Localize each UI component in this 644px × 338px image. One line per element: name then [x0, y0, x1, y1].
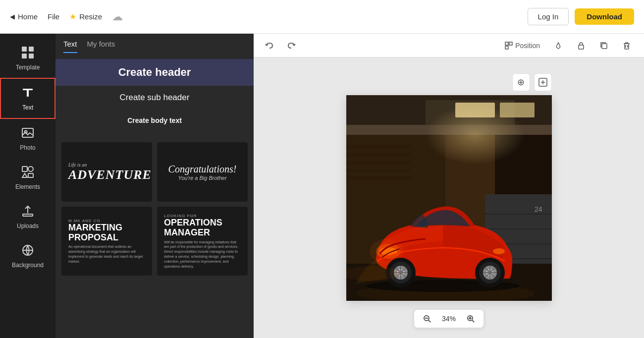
svg-text:24: 24 — [535, 205, 542, 213]
canvas-toolbar: Position — [254, 34, 644, 57]
template-card-congratulations[interactable]: Congratulations! You're a Big Brother — [157, 142, 248, 202]
templates-grid: Life is an Adventure Congratulations! Yo… — [61, 142, 248, 276]
resize-label: Resize — [79, 12, 102, 21]
svg-rect-3 — [29, 54, 34, 58]
uploads-icon — [21, 204, 35, 220]
create-body-button[interactable]: Create body text — [55, 110, 254, 131]
create-subheader-button[interactable]: Create sub header — [55, 86, 254, 110]
svg-rect-2 — [22, 54, 27, 58]
text-templates-scroll[interactable]: Life is an Adventure Congratulations! Yo… — [55, 137, 254, 338]
sidebar-item-template[interactable]: Template — [0, 39, 55, 78]
topbar: ◀ Home File ★ Resize ☁ Log In Download — [0, 0, 644, 34]
duplicate-button[interactable] — [594, 39, 613, 52]
car-image: 24 — [346, 95, 552, 301]
svg-line-72 — [429, 320, 430, 322]
add-element-alt-button[interactable] — [534, 73, 552, 91]
color-fill-button[interactable] — [549, 39, 568, 52]
cloud-save[interactable]: ☁ — [112, 10, 123, 23]
login-button[interactable]: Log In — [528, 8, 569, 25]
svg-rect-11 — [28, 173, 33, 177]
sidebar: Template Text Photo — [0, 34, 55, 338]
template-icon — [21, 46, 35, 61]
photo-icon — [21, 126, 35, 142]
file-nav[interactable]: File — [48, 12, 59, 21]
svg-point-70 — [426, 105, 525, 165]
svg-rect-9 — [28, 167, 33, 171]
home-nav[interactable]: ◀ Home — [10, 12, 38, 21]
zoom-controls: 34% — [414, 309, 484, 328]
canvas-viewport[interactable]: ⊕ — [254, 57, 644, 338]
background-label: Background — [12, 262, 44, 269]
text-options: Create header Create sub header Create b… — [55, 53, 254, 137]
position-button[interactable]: Position — [499, 39, 545, 52]
template-card-operations[interactable]: LOOKING FOR OPERATIONS MANAGER Will be r… — [157, 207, 248, 276]
zoom-value: 34% — [439, 315, 459, 323]
svg-rect-67 — [346, 161, 411, 165]
svg-rect-6 — [22, 128, 33, 137]
topbar-left: ◀ Home File ★ Resize ☁ — [10, 10, 518, 23]
zoom-out-button[interactable] — [420, 312, 434, 326]
svg-rect-68 — [346, 169, 411, 172]
svg-rect-19 — [602, 44, 607, 49]
tab-text[interactable]: Text — [63, 40, 77, 53]
svg-rect-17 — [509, 42, 512, 45]
sidebar-item-photo[interactable]: Photo — [0, 119, 55, 158]
lock-button[interactable] — [572, 39, 590, 52]
home-chevron-icon: ◀ — [10, 13, 15, 20]
position-label: Position — [515, 42, 540, 50]
adventure-line2: Adventure — [68, 168, 145, 182]
undo-button[interactable] — [262, 38, 277, 54]
resize-nav[interactable]: ★ Resize — [69, 12, 102, 21]
canvas-float-controls: ⊕ — [512, 73, 552, 91]
elements-icon — [21, 165, 35, 181]
svg-rect-5 — [27, 89, 29, 97]
svg-rect-18 — [579, 45, 584, 49]
svg-rect-69 — [346, 176, 411, 180]
marketing-text: M.MK and CO MARKETING PROPOSAL An operat… — [68, 219, 145, 264]
congrats-line1: Congratulations! — [164, 164, 241, 175]
svg-rect-15 — [505, 42, 508, 45]
star-icon: ★ — [69, 12, 76, 21]
template-card-adventure[interactable]: Life is an Adventure — [61, 142, 152, 202]
delete-button[interactable] — [617, 39, 636, 52]
text-icon — [21, 86, 35, 102]
adventure-line1: Life is an — [68, 162, 145, 168]
add-element-button[interactable]: ⊕ — [512, 73, 530, 91]
text-label: Text — [22, 104, 33, 111]
sidebar-item-text[interactable]: Text — [0, 78, 55, 119]
file-label: File — [48, 12, 59, 21]
svg-line-75 — [472, 320, 474, 322]
ops-text: LOOKING FOR OPERATIONS MANAGER Will be r… — [164, 214, 241, 269]
left-panel: Text My fonts Create header Create sub h… — [55, 34, 254, 338]
create-header-button[interactable]: Create header — [55, 59, 254, 86]
photo-label: Photo — [20, 144, 35, 151]
marketing-body: An operational document that outlines an… — [68, 244, 145, 264]
cloud-icon: ☁ — [112, 10, 123, 23]
canvas-area: Position — [254, 34, 644, 338]
sidebar-item-uploads[interactable]: Uploads — [0, 197, 55, 236]
download-button[interactable]: Download — [575, 8, 634, 25]
svg-rect-0 — [22, 47, 27, 52]
tab-myfonts[interactable]: My fonts — [87, 40, 115, 53]
zoom-in-button[interactable] — [464, 312, 478, 326]
svg-point-47 — [493, 248, 505, 254]
ops-title: OPERATIONS MANAGER — [164, 218, 241, 238]
svg-rect-1 — [29, 47, 34, 52]
template-card-marketing[interactable]: M.MK and CO MARKETING PROPOSAL An operat… — [61, 207, 152, 276]
svg-rect-65 — [346, 145, 411, 149]
redo-button[interactable] — [283, 38, 299, 54]
elements-label: Elements — [15, 183, 40, 190]
svg-rect-16 — [505, 46, 508, 49]
svg-rect-66 — [346, 153, 411, 157]
marketing-title: MARKETING PROPOSAL — [68, 223, 145, 243]
sidebar-item-elements[interactable]: Elements — [0, 158, 55, 197]
svg-marker-10 — [22, 173, 27, 177]
uploads-label: Uploads — [17, 223, 39, 229]
congrats-line2: You're a Big Brother — [164, 175, 241, 181]
congrats-text: Congratulations! You're a Big Brother — [164, 164, 241, 181]
sidebar-item-background[interactable]: Background — [0, 236, 55, 276]
main-content: Template Text Photo — [0, 34, 644, 338]
adventure-text: Life is an Adventure — [68, 162, 145, 182]
svg-rect-8 — [22, 167, 27, 171]
svg-rect-12 — [23, 214, 33, 216]
